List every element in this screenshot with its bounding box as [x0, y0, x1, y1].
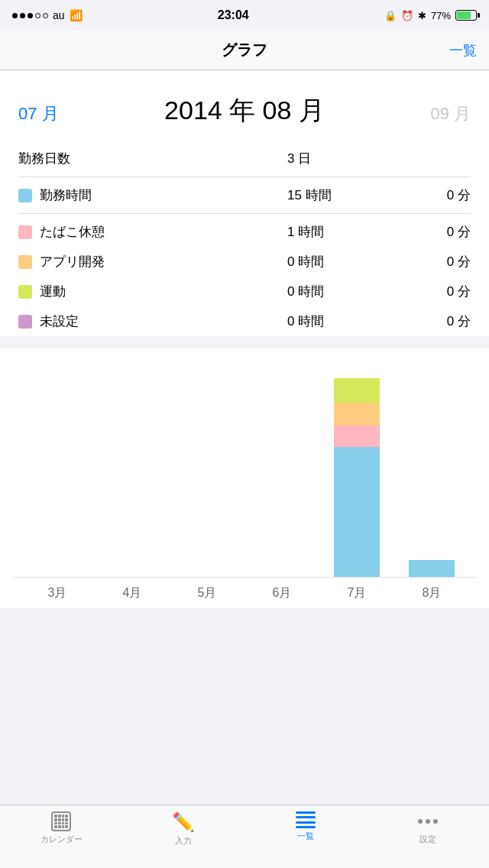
status-right: 🔒 ⏰ ✱ 77% — [384, 10, 477, 21]
bar-august-work — [409, 560, 455, 577]
app-dev-color — [18, 255, 32, 269]
divider-1 — [18, 177, 471, 177]
work-hours-value: 15 時間 — [287, 186, 410, 204]
status-time: 23:04 — [218, 8, 249, 22]
tab-calendar[interactable]: カレンダー — [31, 811, 92, 845]
main-content: 07 月 2014 年 08 月 09 月 勤務日数 3 日 勤務時間 15 時… — [0, 70, 489, 336]
tab-list-label: 一覧 — [297, 831, 314, 842]
status-bar: au 📶 23:04 🔒 ⏰ ✱ 77% — [0, 0, 489, 31]
stats-row-work-days: 勤務日数 3 日 — [18, 144, 471, 173]
chart-label-june: 6月 — [259, 585, 305, 601]
tab-list[interactable]: 一覧 — [275, 811, 336, 842]
stats-table: 勤務日数 3 日 勤務時間 15 時間 0 分 たばこ休憩 1 時間 0 分 — [18, 144, 471, 336]
bar-july-appdev — [334, 403, 380, 426]
battery-icon — [455, 10, 477, 21]
app-dev-label: アプリ開発 — [18, 253, 287, 270]
calendar-icon — [51, 811, 71, 831]
tobacco-color — [18, 225, 32, 239]
tab-settings[interactable]: 設定 — [397, 811, 458, 845]
signal-icon — [12, 13, 48, 18]
chart-label-august: 8月 — [409, 585, 455, 601]
work-hours-unit: 0 分 — [410, 186, 471, 204]
nav-right-button[interactable]: 一覧 — [449, 41, 477, 60]
stats-row-tobacco: たばこ休憩 1 時間 0 分 — [18, 217, 471, 247]
work-days-value: 3 日 — [287, 150, 410, 167]
stats-row-app-dev: アプリ開発 0 時間 0 分 — [18, 247, 471, 277]
current-month-label: 2014 年 08 月 — [164, 93, 325, 128]
chart-area: 3月 4月 5月 6月 7月 8月 — [0, 348, 489, 608]
stats-row-unset: 未設定 0 時間 0 分 — [18, 306, 471, 336]
work-days-label: 勤務日数 — [18, 150, 287, 167]
bar-july-tobacco — [334, 426, 380, 447]
bar-july-exercise — [334, 378, 380, 403]
exercise-unit: 0 分 — [410, 283, 471, 300]
unset-unit: 0 分 — [410, 313, 471, 330]
work-hours-label: 勤務時間 — [18, 186, 287, 204]
stats-row-work-hours: 勤務時間 15 時間 0 分 — [18, 180, 471, 210]
tab-bar: カレンダー ✏️ 入力 一覧 設定 — [0, 805, 489, 868]
app-dev-value: 0 時間 — [287, 253, 410, 270]
exercise-label: 運動 — [18, 283, 287, 300]
tab-settings-label: 設定 — [419, 834, 436, 845]
bar-august — [409, 560, 455, 577]
tab-calendar-label: カレンダー — [40, 834, 83, 845]
lock-icon: 🔒 — [384, 10, 397, 21]
unset-color — [18, 315, 32, 329]
chart-bars — [12, 364, 477, 578]
chart-labels: 3月 4月 5月 6月 7月 8月 — [12, 578, 477, 601]
stats-row-exercise: 運動 0 時間 0 分 — [18, 277, 471, 306]
unset-value: 0 時間 — [287, 313, 410, 330]
chart-label-may: 5月 — [184, 585, 230, 601]
bluetooth-icon: ✱ — [418, 10, 426, 21]
bar-july-work — [334, 447, 380, 577]
tobacco-label: たばこ休憩 — [18, 223, 287, 241]
carrier-label: au — [53, 9, 65, 21]
tab-input-label: 入力 — [175, 835, 192, 847]
exercise-value: 0 時間 — [287, 283, 410, 300]
page-title: グラフ — [222, 40, 267, 60]
tobacco-unit: 0 分 — [410, 223, 471, 241]
unset-label: 未設定 — [18, 313, 287, 330]
app-dev-unit: 0 分 — [410, 253, 471, 270]
chart-label-july: 7月 — [334, 585, 380, 601]
battery-percent: 77% — [431, 10, 451, 21]
dots-icon — [418, 811, 438, 831]
status-left: au 📶 — [12, 9, 83, 21]
wifi-icon: 📶 — [70, 9, 83, 21]
bar-july — [334, 378, 380, 577]
chart-label-march: 3月 — [34, 585, 80, 601]
list-icon — [296, 811, 316, 828]
chart-label-april: 4月 — [109, 585, 155, 601]
next-month-button[interactable]: 09 月 — [430, 102, 471, 125]
tobacco-value: 1 時間 — [287, 223, 410, 241]
month-navigation: 07 月 2014 年 08 月 09 月 — [18, 86, 471, 144]
edit-icon: ✏️ — [172, 811, 195, 833]
work-hours-color — [18, 189, 32, 202]
tab-input[interactable]: ✏️ 入力 — [153, 811, 214, 847]
exercise-color — [18, 285, 32, 299]
divider-2 — [18, 213, 471, 214]
nav-bar: グラフ 一覧 — [0, 31, 489, 70]
alarm-icon: ⏰ — [401, 10, 413, 21]
prev-month-button[interactable]: 07 月 — [18, 102, 59, 125]
